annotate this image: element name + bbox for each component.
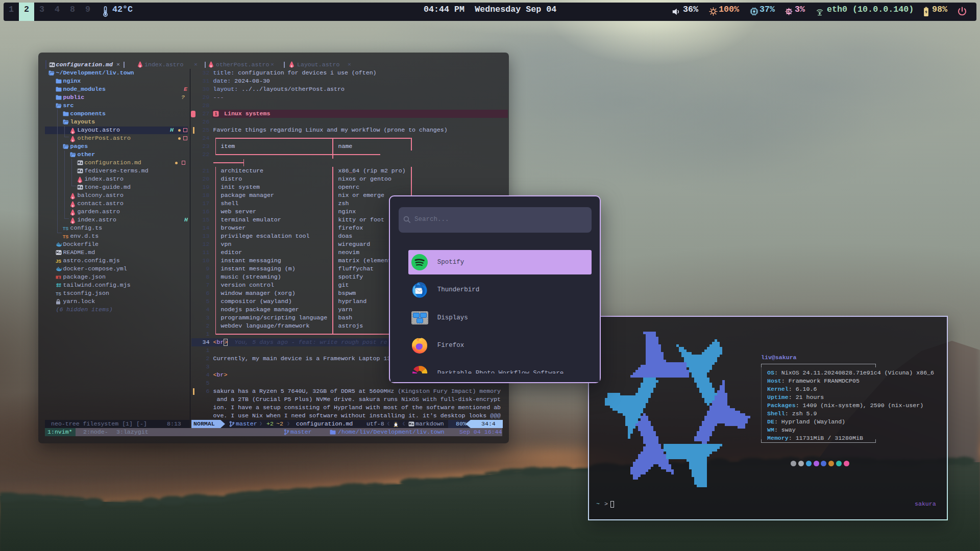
svg-text:CN: CN — [787, 10, 791, 14]
svg-text:JS: JS — [56, 259, 61, 264]
svg-text:1: 1 — [214, 112, 217, 117]
svg-text:TS: TS — [56, 291, 61, 296]
svg-text:TS: TS — [63, 234, 68, 239]
svg-text:TS: TS — [63, 226, 68, 231]
